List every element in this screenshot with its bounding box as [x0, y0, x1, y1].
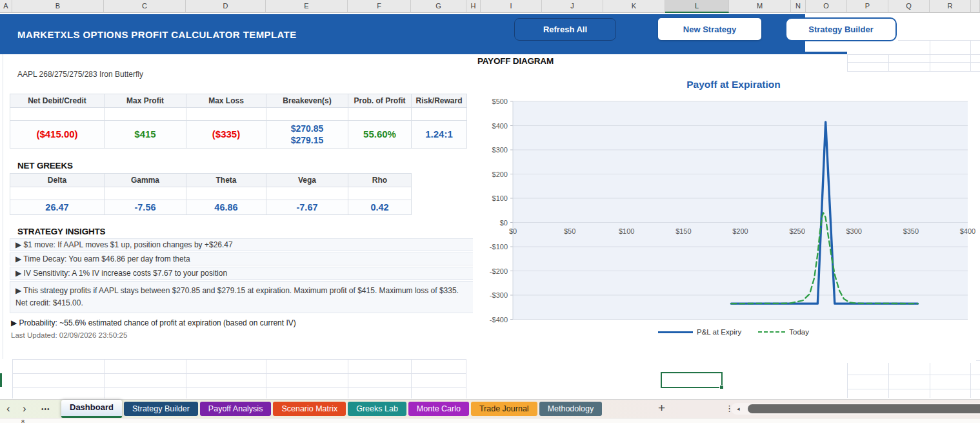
legend-item: P&L at Expiry [658, 328, 741, 336]
summary-header: Net Debit/Credit [10, 94, 105, 108]
svg-text:$150: $150 [675, 227, 691, 235]
selected-cell[interactable] [661, 372, 723, 388]
sheet-tab-payoff-analysis[interactable]: Payoff Analysis [200, 402, 272, 416]
svg-text:$0: $0 [500, 219, 508, 227]
summary-empty-cell [10, 108, 105, 121]
column-header-Q[interactable]: Q [888, 0, 930, 13]
summary-empty-cell [412, 108, 467, 121]
column-header-K[interactable]: K [603, 0, 665, 13]
greek-header: Theta [186, 174, 266, 187]
insights-list: ▶ $1 move: If AAPL moves $1 up, position… [10, 238, 475, 339]
sheet-tab-monte-carlo[interactable]: Monte Carlo [408, 402, 469, 416]
summary-header: Max Profit [105, 94, 186, 108]
status-strip: 8 [0, 418, 980, 423]
greek-header: Delta [10, 174, 105, 187]
scrollbar-left-arrow-icon[interactable]: ◂ [737, 406, 740, 412]
svg-text:$300: $300 [846, 227, 862, 235]
greek-value: -7.67 [266, 200, 348, 215]
strategy-insights-title: STRATEGY INSIGHTS [17, 227, 105, 236]
greek-empty-cell [348, 187, 412, 200]
column-header-P[interactable]: P [847, 0, 888, 13]
sheet-tab-dashboard[interactable]: Dashboard [61, 400, 122, 418]
legend-item: Today [758, 328, 809, 336]
chart-plot-area: $500$400$300$200$100$0-$100-$200-$300-$4… [473, 72, 976, 325]
greek-empty-cell [10, 187, 105, 200]
app-title: MARKETXLS OPTIONS PROFIT CALCULATOR TEMP… [0, 29, 297, 40]
summary-empty-cell [186, 108, 266, 121]
column-header-D[interactable]: D [186, 0, 266, 13]
column-header-L[interactable]: L [665, 0, 729, 13]
sheet-tab-greeks-lab[interactable]: Greeks Lab [348, 402, 406, 416]
status-glyph: 8 [21, 418, 25, 423]
summary-value: $415 [105, 121, 186, 149]
column-header-pad [971, 0, 980, 13]
insight-item-probability: ▶ Probability: ~55.6% estimated chance o… [11, 317, 475, 329]
horizontal-scrollbar[interactable]: ◂ [731, 403, 980, 415]
summary-empty-cell [105, 108, 186, 121]
summary-table: Net Debit/CreditMax ProfitMax LossBreake… [10, 94, 467, 149]
sheet-tab-scenario-matrix[interactable]: Scenario Matrix [273, 402, 346, 416]
sheet-tab-methodology[interactable]: Methodology [539, 402, 603, 416]
payoff-diagram-title: PAYOFF DIAGRAM [477, 56, 554, 66]
summary-header: Max Loss [186, 94, 266, 108]
svg-text:$400: $400 [960, 227, 975, 235]
greek-value: 0.42 [348, 200, 412, 215]
svg-text:$350: $350 [903, 227, 919, 235]
column-header-B[interactable]: B [12, 0, 104, 13]
column-header-N[interactable]: N [791, 0, 806, 13]
column-header-F[interactable]: F [348, 0, 411, 13]
legend-line-solid-icon [658, 331, 693, 333]
column-header-I[interactable]: I [481, 0, 542, 13]
payoff-chart: Payoff at Expiration $500$400$300$200$10… [473, 72, 976, 363]
greek-header: Rho [348, 174, 412, 187]
summary-empty-cell [266, 108, 348, 121]
chart-legend: P&L at ExpiryToday [473, 328, 976, 336]
strategy-name: AAPL 268/275/275/283 Iron Butterfly [17, 70, 143, 79]
column-header-O[interactable]: O [806, 0, 847, 13]
summary-value: ($415.00) [10, 121, 105, 149]
sheet-tab-trade-journal[interactable]: Trade Journal [471, 402, 537, 416]
last-updated-text: Last Updated: 02/09/2026 23:50:25 [11, 331, 475, 339]
sheet-tab-strategy-builder[interactable]: Strategy Builder [124, 402, 198, 416]
refresh-all-button[interactable]: Refresh All [514, 18, 616, 41]
left-edge-selection-sliver [0, 373, 2, 387]
column-header-M[interactable]: M [729, 0, 791, 13]
workbook-window: ABCDEFGHIJKLMNOPQR MARKETXLS OPTIONS PRO… [0, 0, 980, 423]
new-strategy-button[interactable]: New Strategy [658, 18, 761, 40]
column-header-R[interactable]: R [930, 0, 971, 13]
summary-value: $270.85$279.15 [266, 121, 348, 149]
legend-line-dashed-icon [758, 331, 785, 333]
summary-value: 55.60% [348, 121, 412, 149]
insight-item: ▶ Time Decay: You earn $46.86 per day fr… [10, 253, 475, 265]
svg-text:-$400: -$400 [490, 316, 508, 324]
banner-underline [805, 52, 847, 54]
svg-text:$500: $500 [492, 98, 508, 105]
sheet-nav-right-arrow[interactable]: › [20, 400, 29, 418]
column-header-J[interactable]: J [542, 0, 603, 13]
summary-value: ($335) [186, 121, 266, 149]
column-header-G[interactable]: G [411, 0, 466, 13]
greek-value: 46.86 [186, 200, 266, 215]
add-sheet-button[interactable]: + [654, 400, 669, 416]
greeks-table: DeltaGammaThetaVegaRho26.47-7.5646.86-7.… [10, 173, 412, 215]
column-header-E[interactable]: E [266, 0, 348, 13]
svg-text:$100: $100 [619, 227, 634, 235]
svg-text:-$200: -$200 [490, 267, 508, 275]
column-header-A[interactable]: A [0, 0, 12, 13]
svg-text:-$100: -$100 [490, 243, 508, 251]
summary-empty-cell [348, 108, 412, 121]
column-header-H[interactable]: H [466, 0, 481, 13]
horizontal-scrollbar-thumb[interactable] [748, 404, 980, 413]
svg-text:$300: $300 [492, 146, 508, 154]
strategy-builder-button[interactable]: Strategy Builder [785, 17, 897, 41]
greek-empty-cell [266, 187, 348, 200]
sheet-nav-more-dots[interactable]: ••• [37, 400, 54, 418]
greek-empty-cell [186, 187, 266, 200]
summary-header: Prob. of Profit [348, 94, 412, 108]
summary-value: 1.24:1 [412, 121, 467, 149]
column-header-C[interactable]: C [104, 0, 186, 13]
fill-handle[interactable] [719, 385, 724, 389]
svg-text:$0: $0 [509, 227, 517, 235]
svg-text:$400: $400 [492, 122, 508, 130]
sheet-nav-left-arrow[interactable]: ‹ [4, 400, 13, 418]
